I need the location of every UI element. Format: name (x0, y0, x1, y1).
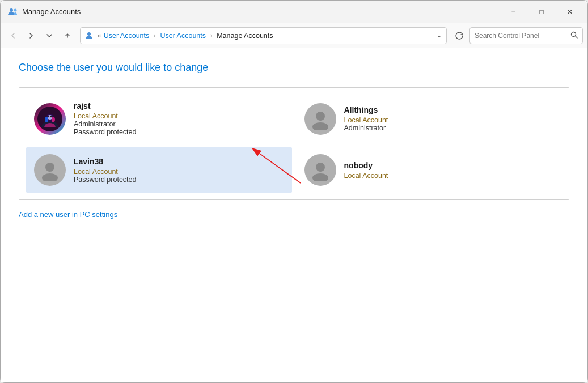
svg-point-11 (48, 116, 49, 117)
breadcrumb-prefix: « (98, 32, 101, 40)
account-detail-nobody-1: Local Account (344, 172, 388, 180)
svg-point-16 (42, 173, 58, 181)
recent-button[interactable] (41, 28, 57, 44)
up-button[interactable] (60, 28, 75, 44)
account-detail-lavin38-2: Password protected (74, 176, 136, 184)
window-icon (7, 7, 18, 17)
title-bar: Manage Accounts − □ ✕ (1, 1, 587, 23)
account-detail-lavin38-1: Local Account (74, 168, 136, 176)
footer-link: Add a new user in PC settings (19, 209, 569, 219)
breadcrumb: User Accounts › User Accounts › Manage A… (104, 32, 434, 40)
maximize-button[interactable]: □ (528, 3, 555, 21)
svg-point-2 (87, 32, 91, 36)
account-item-nobody[interactable]: nobody Local Account (297, 147, 562, 193)
minimize-button[interactable]: − (500, 3, 526, 21)
rajst-avatar-image (41, 110, 58, 127)
account-name-lavin38: Lavin38 (74, 157, 136, 166)
svg-point-17 (316, 163, 325, 172)
forward-button[interactable] (23, 28, 39, 44)
breadcrumb-part2[interactable]: User Accounts (160, 32, 206, 40)
account-detail-rajst-2: Administrator (74, 120, 136, 128)
svg-point-18 (312, 173, 328, 181)
page-title: Choose the user you would like to change (19, 62, 569, 74)
account-info-lavin38: Lavin38 Local Account Password protected (74, 157, 136, 184)
account-detail-rajst-3: Password protected (74, 128, 136, 136)
avatar-lavin38 (34, 154, 66, 186)
account-detail-rajst-1: Local Account (74, 112, 136, 120)
svg-point-14 (312, 122, 328, 130)
recent-icon (46, 32, 53, 39)
breadcrumb-sep2: › (210, 32, 213, 40)
window-title: Manage Accounts (22, 7, 81, 16)
nav-bar: « User Accounts › User Accounts › Manage… (1, 23, 587, 48)
window-controls: − □ ✕ (500, 3, 583, 21)
up-icon (64, 32, 71, 39)
address-bar-icon (85, 31, 95, 41)
avatar-allthings (304, 103, 336, 135)
svg-point-15 (45, 163, 54, 172)
back-icon (10, 32, 16, 39)
account-info-rajst: rajst Local Account Administrator Passwo… (74, 101, 136, 136)
accounts-container: rajst Local Account Administrator Passwo… (19, 87, 569, 200)
search-icon (570, 31, 578, 40)
avatar-rajst (34, 103, 66, 135)
refresh-icon (455, 32, 463, 40)
account-item-rajst[interactable]: rajst Local Account Administrator Passwo… (26, 95, 292, 143)
breadcrumb-sep1: › (154, 32, 156, 40)
title-bar-left: Manage Accounts (7, 7, 81, 17)
account-name-rajst: rajst (74, 101, 136, 110)
content-area: Choose the user you would like to change (1, 48, 587, 382)
svg-point-0 (10, 8, 13, 12)
account-item-lavin38[interactable]: Lavin38 Local Account Password protected (26, 147, 292, 193)
account-info-nobody: nobody Local Account (344, 161, 388, 180)
address-dropdown-button[interactable]: ⌄ (437, 32, 442, 39)
forward-icon (28, 32, 35, 39)
account-detail-allthings-1: Local Account (344, 116, 388, 124)
search-input[interactable] (475, 32, 568, 40)
back-button[interactable] (5, 28, 21, 44)
search-bar[interactable] (469, 27, 583, 44)
default-avatar-icon (309, 159, 332, 181)
account-name-allthings: Allthings (344, 105, 388, 114)
svg-point-12 (50, 116, 52, 117)
refresh-button[interactable] (451, 28, 467, 44)
account-item-allthings[interactable]: Allthings Local Account Administrator (297, 95, 562, 143)
window: Manage Accounts − □ ✕ « User A (0, 0, 588, 383)
account-info-allthings: Allthings Local Account Administrator (344, 105, 388, 132)
svg-line-4 (576, 36, 578, 38)
default-avatar-icon (309, 108, 332, 130)
account-name-nobody: nobody (344, 161, 388, 170)
breadcrumb-part1[interactable]: User Accounts (104, 32, 150, 40)
svg-point-10 (48, 115, 52, 120)
add-user-link[interactable]: Add a new user in PC settings (19, 210, 117, 219)
default-avatar-icon (39, 159, 61, 181)
svg-point-1 (14, 8, 17, 11)
svg-point-13 (316, 112, 325, 121)
breadcrumb-part3: Manage Accounts (217, 32, 273, 40)
account-detail-allthings-2: Administrator (344, 124, 388, 132)
address-bar[interactable]: « User Accounts › User Accounts › Manage… (80, 27, 447, 44)
close-button[interactable]: ✕ (557, 3, 583, 21)
avatar-nobody (304, 154, 336, 186)
